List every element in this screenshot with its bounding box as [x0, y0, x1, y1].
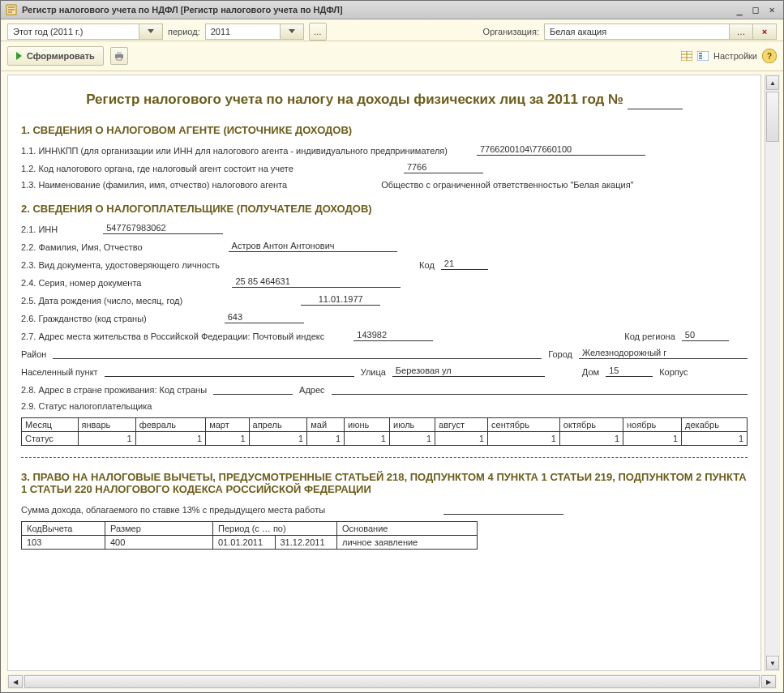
vertical-scrollbar[interactable]: ▲ ▼ — [765, 75, 780, 671]
scroll-track[interactable] — [765, 143, 780, 655]
chevron-down-icon[interactable] — [280, 24, 303, 39]
field-2-8-addr — [332, 383, 748, 395]
close-button[interactable]: ✕ — [765, 4, 778, 15]
prev-income-value — [443, 503, 563, 515]
district-label: Район — [21, 349, 46, 359]
city-label: Город — [548, 349, 572, 359]
field-2-4-value: 25 85 464631 — [232, 276, 401, 288]
month-cell: октябрь — [559, 418, 623, 432]
status-cell: 1 — [488, 432, 560, 446]
org-selector[interactable]: Белая акация … × — [544, 24, 777, 40]
ded-h-code: КодВычета — [22, 522, 105, 536]
ded-size: 400 — [105, 536, 213, 550]
scroll-right-button[interactable]: ▶ — [761, 675, 776, 688]
doc-title: Регистр налогового учета по налогу на до… — [21, 92, 748, 109]
section2-heading: 2. СВЕДЕНИЯ О НАЛОГОПЛАТЕЛЬЩИКЕ (ПОЛУЧАТ… — [21, 203, 748, 215]
settings-link[interactable]: Настройки — [713, 51, 757, 61]
field-1-2-value: 7766 — [404, 162, 483, 173]
field-2-7-region: 50 — [682, 330, 729, 341]
year-selector[interactable]: Этот год (2011 г.) — [7, 24, 163, 40]
field-2-8-country — [213, 383, 293, 395]
chevron-down-icon[interactable] — [139, 24, 162, 39]
month-cell: сентябрь — [488, 418, 560, 432]
minimize-button[interactable]: _ — [733, 4, 746, 15]
help-button[interactable]: ? — [762, 49, 777, 63]
status-cell: 1 — [206, 432, 249, 446]
month-cell: ноябрь — [623, 418, 682, 432]
field-2-5-value: 11.01.1977 — [301, 294, 380, 306]
month-cell: февраль — [135, 418, 205, 432]
field-2-7-index: 143982 — [353, 330, 433, 341]
period-label: период: — [168, 27, 200, 36]
field-2-1-label: 2.1. ИНН — [21, 225, 58, 234]
status-cell: 1 — [307, 432, 345, 446]
svg-rect-2 — [8, 9, 15, 11]
month-cell: январь — [78, 418, 135, 432]
district-value — [53, 348, 542, 359]
report-viewport[interactable]: Регистр налогового учета по налогу на до… — [7, 75, 761, 671]
org-lookup-button[interactable]: … — [729, 24, 752, 39]
field-1-2-label: 1.2. Код налогового органа, где налоговы… — [21, 164, 293, 173]
month-cell: Месяц — [22, 418, 79, 432]
section-divider — [21, 457, 748, 458]
table-row: Месяцянварьфевральмартапрельмайиюньиюльа… — [22, 418, 748, 432]
status-table: Месяцянварьфевральмартапрельмайиюньиюльа… — [21, 417, 748, 446]
status-cell: 1 — [389, 432, 435, 446]
building-label: Корпус — [659, 367, 688, 377]
month-cell: декабрь — [682, 418, 748, 432]
svg-rect-14 — [699, 53, 702, 54]
year-selector-value: Этот год (2011 г.) — [8, 27, 88, 36]
svg-rect-15 — [699, 55, 702, 57]
status-cell: 1 — [623, 432, 682, 446]
ded-h-size: Размер — [105, 522, 213, 536]
table-row: Статус111111111111 — [22, 432, 748, 446]
window-title: Регистр налогового учета по НДФЛ [Регист… — [22, 5, 343, 15]
svg-rect-8 — [117, 58, 122, 60]
scroll-thumb[interactable] — [24, 675, 760, 688]
table-icon[interactable] — [681, 51, 692, 61]
org-value: Белая акация — [545, 27, 611, 36]
scroll-left-button[interactable]: ◀ — [8, 675, 23, 688]
horizontal-scrollbar[interactable]: ◀ ▶ — [7, 674, 777, 689]
field-2-8-addr-label: Адрес — [299, 385, 325, 395]
field-2-3-label: 2.3. Вид документа, удостоверяющего личн… — [21, 260, 220, 270]
field-2-6-label: 2.6. Гражданство (код страны) — [21, 314, 147, 323]
ded-h-period: Период (с … по) — [213, 522, 337, 536]
field-2-2-value: Астров Антон Антонович — [229, 241, 397, 252]
period-picker-button[interactable]: … — [309, 23, 327, 41]
scroll-thumb[interactable] — [766, 92, 779, 142]
status-cell: 1 — [345, 432, 390, 446]
field-1-3-value: Общество с ограниченной ответственностью… — [381, 180, 633, 190]
section1-heading: 1. СВЕДЕНИЯ О НАЛОГОВОМ АГЕНТЕ (ИСТОЧНИК… — [21, 124, 748, 136]
status-cell: 1 — [249, 432, 307, 446]
field-1-1-label: 1.1. ИНН\КПП (для организации или ИНН дл… — [21, 146, 448, 156]
period-selector[interactable]: 2011 — [205, 24, 304, 40]
play-icon — [16, 52, 22, 60]
field-2-7-label: 2.7. Адрес места жительства в Российской… — [21, 332, 324, 341]
titlebar: Регистр налогового учета по НДФЛ [Регист… — [1, 1, 783, 19]
settings-icon[interactable] — [697, 51, 709, 61]
org-clear-button[interactable]: × — [752, 24, 776, 39]
generate-button[interactable]: Сформировать — [7, 46, 104, 66]
svg-rect-1 — [8, 6, 15, 8]
scroll-up-button[interactable]: ▲ — [766, 75, 779, 90]
city-value: Железнодорожный г — [579, 348, 748, 359]
locality-label: Населенный пункт — [21, 367, 98, 377]
generate-button-label: Сформировать — [27, 51, 95, 61]
svg-marker-5 — [289, 29, 295, 33]
table-row: КодВычета Размер Период (с … по) Основан… — [22, 522, 478, 536]
svg-marker-4 — [148, 29, 154, 33]
month-cell: август — [435, 418, 488, 432]
field-1-3-label: 1.3. Наименование (фамилия, имя, отчеств… — [21, 180, 287, 190]
status-cell: 1 — [559, 432, 623, 446]
street-value: Березовая ул — [392, 366, 545, 377]
field-2-5-label: 2.5. Дата рождения (число, месяц, год) — [21, 296, 182, 306]
print-button[interactable] — [110, 47, 128, 65]
maximize-button[interactable]: □ — [749, 4, 762, 15]
field-2-4-label: 2.4. Серия, номер документа — [21, 278, 141, 288]
org-label: Организация: — [483, 27, 539, 36]
house-label: Дом — [582, 367, 599, 377]
scroll-down-button[interactable]: ▼ — [766, 656, 779, 670]
month-cell: апрель — [249, 418, 307, 432]
field-2-1-value: 547767983062 — [103, 223, 223, 234]
